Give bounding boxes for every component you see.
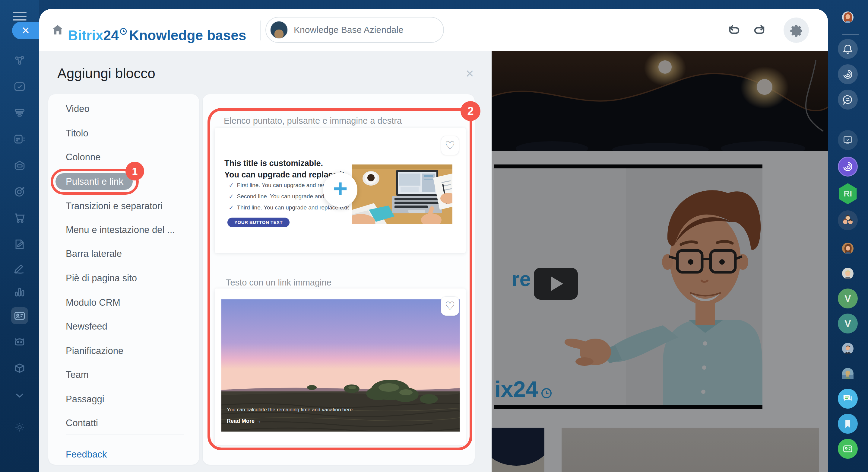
crm-funnel-icon[interactable]	[11, 105, 28, 121]
analytics-icon[interactable]	[11, 284, 28, 301]
tasks-icon[interactable]	[11, 78, 28, 95]
contact-card-icon[interactable]	[11, 307, 28, 324]
header-divider	[260, 21, 260, 40]
menu-item-newsfeed[interactable]: Newsfeed	[66, 320, 107, 333]
modal-title: Aggiungi blocco	[57, 65, 155, 82]
menu-item-barra-laterale[interactable]: Barra laterale	[66, 247, 122, 261]
menu-item-team[interactable]: Team	[66, 368, 89, 381]
left-sidebar: ✕	[0, 0, 39, 472]
menu-item-pianificazione[interactable]: Pianificazione	[66, 344, 123, 358]
menu-item-pulsanti-e-link[interactable]: Pulsanti e link	[56, 173, 133, 190]
menu-item-pie-di-pagina[interactable]: Piè di pagina sito	[66, 272, 137, 285]
block-previews-panel: 2 Elenco puntato, pulsante e immagine a …	[203, 94, 475, 465]
contact-card-green-icon[interactable]	[838, 439, 858, 459]
menu-item-titolo[interactable]: Titolo	[66, 127, 88, 140]
settings-button[interactable]	[783, 18, 809, 43]
bookmark-icon[interactable]	[838, 414, 858, 434]
clock-icon	[119, 22, 127, 30]
product-title: Knowledge bases	[129, 27, 246, 43]
knowledge-base-selector[interactable]: Knowledge Base Aziendale	[266, 17, 444, 43]
menu-item-passaggi[interactable]: Passaggi	[66, 393, 104, 406]
chat-bubbles-icon[interactable]	[838, 389, 858, 409]
initial-v-green[interactable]: V	[838, 289, 858, 308]
modal-dim-overlay	[492, 51, 828, 472]
avatar-woman-outdoor[interactable]	[838, 364, 858, 384]
copilot-purple-icon[interactable]	[838, 157, 858, 177]
close-sidebar-button[interactable]: ✕	[12, 22, 39, 39]
package-icon[interactable]	[11, 360, 28, 377]
signature-icon[interactable]	[11, 260, 28, 277]
undo-icon[interactable]	[727, 24, 742, 36]
step2-badge: 2	[461, 101, 480, 121]
initial-v-teal[interactable]: V	[838, 314, 858, 333]
avatar-woman[interactable]	[838, 238, 858, 258]
app-header: Bitrix24Knowledge bases Knowledge Base A…	[39, 9, 828, 51]
page-title: Bitrix24Knowledge bases	[68, 22, 246, 43]
home-icon[interactable]	[51, 23, 65, 37]
ri-badge[interactable]: RI	[838, 183, 858, 204]
step1-badge: 1	[125, 162, 144, 180]
avatar-man-blond[interactable]	[838, 263, 858, 284]
group-avatar[interactable]	[838, 210, 858, 230]
marketing-target-icon[interactable]	[11, 183, 28, 200]
calendar-icon[interactable]	[11, 131, 28, 148]
shop-cart-icon[interactable]	[11, 209, 28, 226]
avatar-man-suit[interactable]	[838, 338, 858, 358]
menu-item-modulo-crm[interactable]: Modulo CRM	[66, 296, 120, 309]
app-window: Bitrix24Knowledge bases Knowledge Base A…	[39, 9, 828, 472]
block-type-list: Video Titolo Colonne Pulsanti e link 1 T…	[48, 94, 199, 465]
add-block-modal: Aggiungi blocco × Video Titolo Colonne P…	[39, 51, 492, 472]
menu-item-video[interactable]: Video	[66, 102, 90, 116]
drive-icon[interactable]	[11, 157, 28, 174]
menu-item-contatti[interactable]: Contatti	[66, 416, 98, 430]
user-avatar[interactable]	[838, 7, 858, 27]
close-icon[interactable]: ×	[466, 66, 474, 80]
menu-item-transizioni[interactable]: Transizioni e separatori	[66, 200, 162, 213]
feedback-link[interactable]: Feedback	[66, 448, 107, 461]
menu-item-colonne[interactable]: Colonne	[66, 151, 100, 164]
rail-divider	[842, 118, 859, 118]
list-divider	[66, 435, 184, 435]
desktop-check-icon[interactable]	[838, 130, 858, 150]
brand-24: 24	[103, 27, 119, 43]
network-icon[interactable]	[11, 52, 28, 69]
right-sidebar: RI V V	[828, 0, 868, 472]
settings-gear-icon	[789, 24, 803, 37]
chevron-down-icon[interactable]	[11, 387, 28, 404]
chat-sync-icon[interactable]	[838, 90, 858, 110]
ai-robot-icon[interactable]	[11, 333, 28, 350]
brand-bitrix: Bitrix	[68, 27, 103, 43]
step2-highlight-outline	[208, 108, 472, 450]
document-sign-icon[interactable]	[11, 236, 28, 253]
knowledge-base-name: Knowledge Base Aziendale	[294, 25, 404, 35]
copilot-icon[interactable]	[838, 64, 858, 84]
menu-icon[interactable]	[13, 12, 27, 23]
redo-icon[interactable]	[752, 24, 766, 36]
page-content-dimmed: re ix24	[492, 51, 828, 472]
close-icon: ✕	[22, 25, 30, 36]
rail-divider	[842, 34, 859, 35]
notifications-bell-icon[interactable]	[838, 39, 858, 59]
menu-item-menu-intestazione[interactable]: Menu e intestazione del ...	[66, 223, 175, 237]
settings-gear-icon[interactable]	[11, 419, 28, 436]
knowledge-base-thumbnail	[270, 21, 288, 39]
